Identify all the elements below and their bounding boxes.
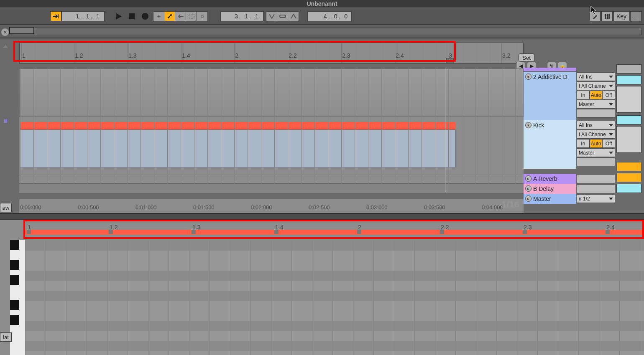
grid-zoom-hint: 1/16	[501, 199, 519, 210]
return-slot	[577, 174, 615, 183]
mixer-cell[interactable]	[616, 64, 641, 74]
session-overview[interactable]: ✕	[0, 25, 644, 38]
piano-roll-keyboard[interactable]	[10, 240, 25, 355]
track-meter-slot	[577, 157, 615, 166]
mixer-cell[interactable]	[616, 184, 641, 193]
time-label: 0:01:000	[135, 204, 157, 210]
return-b-header[interactable]: ▸B Delay	[524, 184, 616, 194]
midi-note-grid[interactable]	[25, 241, 644, 355]
clip-detail-view: aw Scale 11.21.31.422.22.32.4 lat	[0, 220, 644, 355]
reenable-automation-button[interactable]	[175, 11, 186, 21]
input-type-select[interactable]: All Ins	[577, 121, 615, 129]
svg-rect-6	[280, 15, 286, 18]
svg-rect-1	[129, 13, 135, 19]
midi-clip-body[interactable]	[20, 129, 456, 168]
key-map-button[interactable]: Key	[613, 11, 629, 21]
arrangement-position[interactable]: 1. 1. 1	[61, 11, 105, 21]
record-button[interactable]	[140, 11, 151, 22]
mixer-solo-cell[interactable]	[616, 162, 641, 171]
return-slot	[577, 184, 615, 193]
time-ruler[interactable]: 0:00:0000:00:5000:01:0000:01:5000:02:000…	[19, 199, 524, 213]
draw-mode-button[interactable]	[589, 11, 601, 21]
track-meter-slot	[577, 109, 615, 118]
overview-window[interactable]	[9, 27, 34, 34]
monitor-in[interactable]: In	[577, 139, 590, 148]
output-select[interactable]: Master	[577, 100, 615, 109]
return-a-header[interactable]: ▸A Reverb	[524, 174, 616, 184]
loop-length[interactable]: 4. 0. 0	[307, 11, 352, 21]
track-fold-button[interactable]: ▸	[525, 195, 532, 202]
return-name[interactable]: A Reverb	[533, 175, 557, 182]
transport-controls	[113, 11, 151, 22]
loop-button[interactable]: ○	[197, 11, 208, 21]
main-toolbar: 1. 1. 1 ＋ ○ 3. 1. 1 4. 0. 0 Key	[0, 8, 644, 25]
svg-rect-7	[605, 14, 606, 19]
browser-collapse-strip[interactable]	[0, 38, 11, 213]
master-name[interactable]: Master	[533, 195, 551, 202]
track-header-panel: ▾ 2 Addictive D All Ins I All Channe In …	[524, 68, 616, 203]
midi-map-button[interactable]	[601, 11, 613, 21]
track-1-header[interactable]: ▾ 2 Addictive D All Ins I All Channe In …	[524, 72, 616, 120]
master-header[interactable]: ▸Master ıı 1/2	[524, 194, 616, 204]
monitor-buttons: In Auto Off	[577, 139, 615, 148]
window-titlebar: Unbenannt	[0, 0, 644, 8]
mixer-cell[interactable]	[616, 75, 641, 84]
overview-close-button[interactable]: ✕	[1, 28, 9, 36]
loop-switch-button[interactable]	[277, 11, 288, 21]
monitor-auto[interactable]: Auto	[590, 139, 603, 148]
right-mixer-strip	[616, 38, 644, 213]
midi-clip-header[interactable]	[20, 122, 456, 129]
overview-track[interactable]	[11, 28, 641, 35]
flat-button[interactable]: lat	[0, 332, 12, 342]
output-select[interactable]: Master	[577, 148, 615, 157]
monitor-off[interactable]: Off	[602, 139, 615, 148]
return-name[interactable]: B Delay	[533, 185, 554, 192]
track-fold-button[interactable]: ▸	[525, 175, 532, 182]
mixer-cell[interactable]	[616, 126, 641, 153]
monitor-off[interactable]: Off	[602, 91, 615, 99]
locator-set-button[interactable]: Set	[519, 53, 534, 62]
time-label: 0:00:000	[20, 204, 41, 210]
track-fold-button[interactable]: ▾	[525, 122, 532, 128]
midi-indicator: –	[630, 11, 641, 21]
svg-rect-9	[608, 14, 610, 19]
input-channel-select[interactable]: I All Channe	[577, 81, 615, 90]
browser-expand-icon[interactable]	[3, 45, 8, 48]
panel-divider[interactable]	[0, 213, 644, 220]
mixer-cell[interactable]	[616, 86, 641, 113]
punch-in-button[interactable]	[266, 11, 277, 21]
track-2-header[interactable]: ▾ Kick All Ins I All Channe In Auto Off …	[524, 120, 616, 169]
monitor-in[interactable]: In	[577, 91, 590, 99]
svg-point-2	[142, 13, 148, 20]
follow-button[interactable]	[50, 11, 61, 21]
svg-rect-0	[58, 14, 59, 18]
window-title: Unbenannt	[307, 0, 337, 7]
input-type-select[interactable]: All Ins	[577, 72, 615, 81]
track-fold-button[interactable]: ▸	[525, 185, 532, 192]
automation-arm-button[interactable]	[164, 11, 175, 21]
play-button[interactable]	[113, 11, 124, 22]
track-name[interactable]: 2 Addictive D	[533, 74, 567, 80]
monitor-auto[interactable]: Auto	[590, 91, 603, 99]
arrangement-playhead[interactable]	[445, 68, 445, 192]
input-channel-select[interactable]: I All Channe	[577, 130, 615, 139]
mixer-cell[interactable]	[616, 115, 641, 124]
stop-button[interactable]	[126, 11, 137, 22]
punch-out-button[interactable]	[288, 11, 299, 21]
master-output-select[interactable]: ıı 1/2	[577, 194, 615, 203]
highlight-arr-ruler	[13, 41, 456, 62]
capture-midi-button[interactable]	[186, 11, 197, 21]
punch-position[interactable]: 3. 1. 1	[220, 11, 263, 21]
time-label: 0:00:500	[78, 204, 99, 210]
automation-plus-button[interactable]: ＋	[153, 11, 164, 21]
tracks-area[interactable]	[19, 68, 524, 192]
arrangement-view: 11.21.31.422.22.32.433.2 Set ◀ ▶ ↯ 🔒 0:0…	[11, 38, 616, 213]
monitor-buttons: In Auto Off	[577, 91, 615, 99]
draw-tool-button[interactable]: aw	[0, 203, 12, 212]
track-fold-button[interactable]: ▾	[525, 74, 532, 80]
mixer-solo-cell[interactable]	[616, 173, 641, 182]
time-label: 0:04:000	[482, 204, 503, 210]
track-header-accent	[524, 68, 576, 71]
time-label: 0:03:500	[424, 204, 445, 210]
track-name[interactable]: Kick	[533, 122, 544, 129]
